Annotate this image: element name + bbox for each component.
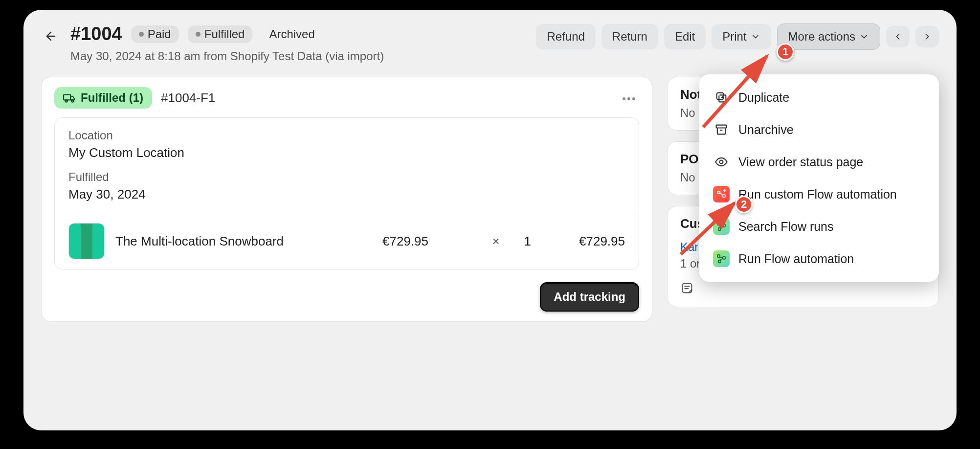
menu-item-view-status[interactable]: View order status page: [704, 146, 934, 178]
menu-item-run-flow-label: Run Flow automation: [738, 252, 854, 266]
menu-item-search-flow-label: Search Flow runs: [738, 220, 834, 234]
dots-horizontal-icon: [623, 97, 635, 100]
note-icon[interactable]: [680, 281, 694, 295]
next-order-button[interactable]: [915, 26, 939, 47]
order-subtitle: May 30, 2024 at 8:18 am from Shopify Tes…: [70, 49, 526, 63]
fulfillment-menu-button[interactable]: [619, 90, 639, 106]
nodes-plus-icon: [716, 189, 727, 200]
svg-point-13: [717, 191, 720, 194]
menu-item-run-flow[interactable]: Run Flow automation: [704, 243, 934, 275]
flow-app-icon-red: [713, 186, 730, 202]
add-tracking-button[interactable]: Add tracking: [540, 282, 639, 312]
truck-icon: [63, 91, 76, 104]
order-id: #1004: [70, 23, 122, 45]
fulfilled-date-value: May 30, 2024: [68, 187, 625, 202]
print-button[interactable]: Print: [712, 24, 771, 49]
line-item-multiplier: ×: [486, 234, 506, 249]
location-section: Location My Custom Location Fulfilled Ma…: [55, 118, 639, 213]
fulfillment-id: #1004-F1: [161, 90, 215, 106]
fulfilled-chip: Fulfilled (1): [54, 87, 152, 109]
svg-point-12: [720, 160, 723, 164]
order-detail-window: #1004 Paid Fulfilled Archived May 30, 20…: [23, 10, 957, 430]
tracking-row: Add tracking: [54, 282, 639, 312]
badge-paid-label: Paid: [148, 27, 171, 41]
badge-fulfilled: Fulfilled: [188, 25, 253, 43]
eye-icon: [714, 155, 728, 169]
menu-item-view-status-label: View order status page: [738, 155, 863, 169]
svg-rect-11: [716, 125, 727, 128]
page-header: #1004 Paid Fulfilled Archived May 30, 20…: [41, 23, 939, 63]
location-value: My Custom Location: [68, 145, 625, 160]
duplicate-icon: [714, 90, 728, 104]
svg-point-1: [65, 100, 67, 102]
chevron-down-icon: [751, 32, 760, 42]
more-actions-label: More actions: [788, 30, 855, 44]
refund-button[interactable]: Refund: [536, 24, 595, 49]
menu-item-run-custom-flow-label: Run custom Flow automation: [738, 187, 897, 202]
menu-item-duplicate-label: Duplicate: [738, 90, 789, 105]
menu-item-unarchive-label: Unarchive: [738, 123, 794, 137]
badge-paid: Paid: [131, 25, 179, 43]
action-toolbar: Refund Return Edit Print More actions: [536, 23, 939, 50]
svg-point-20: [718, 260, 721, 263]
svg-point-4: [627, 97, 630, 100]
svg-point-17: [718, 228, 721, 231]
fulfillment-details: Location My Custom Location Fulfilled Ma…: [54, 117, 639, 269]
main-column: Fulfilled (1) #1004-F1 Location My Custo…: [41, 77, 652, 322]
svg-rect-0: [64, 95, 70, 100]
line-item-row: The Multi-location Snowboard €729.95 × 1…: [55, 213, 639, 269]
more-actions-dropdown: Duplicate Unarchive View order status pa…: [699, 74, 939, 282]
location-label: Location: [68, 129, 625, 142]
menu-item-search-flow[interactable]: Search Flow runs: [704, 210, 934, 243]
return-button[interactable]: Return: [601, 24, 658, 49]
dot-icon: [196, 32, 200, 37]
svg-point-2: [71, 100, 73, 102]
flow-app-icon-green: [713, 250, 730, 267]
line-item-total: €729.95: [542, 234, 625, 249]
more-actions-button[interactable]: More actions: [777, 23, 880, 50]
dot-icon: [139, 32, 144, 37]
badge-archived-label: Archived: [269, 27, 314, 41]
fulfillment-card: Fulfilled (1) #1004-F1 Location My Custo…: [41, 77, 652, 322]
badge-fulfilled-label: Fulfilled: [204, 27, 245, 41]
annotation-badge-1: 1: [777, 43, 794, 61]
annotation-badge-2: 2: [735, 196, 753, 213]
svg-point-14: [723, 195, 726, 198]
line-item-name[interactable]: The Multi-location Snowboard: [115, 234, 372, 249]
flow-app-icon-green: [713, 218, 730, 235]
menu-item-duplicate[interactable]: Duplicate: [704, 81, 934, 113]
title-area: #1004 Paid Fulfilled Archived May 30, 20…: [70, 23, 526, 63]
fulfilled-chip-label: Fulfilled (1): [81, 91, 143, 105]
chevron-right-icon: [922, 32, 932, 42]
menu-item-unarchive[interactable]: Unarchive: [704, 113, 934, 146]
edit-button[interactable]: Edit: [664, 24, 706, 49]
line-item-qty: 1: [516, 234, 531, 249]
product-thumbnail[interactable]: [68, 223, 105, 259]
nodes-icon: [716, 253, 727, 264]
svg-point-5: [632, 97, 635, 100]
badge-archived: Archived: [261, 25, 322, 43]
nodes-icon: [716, 221, 727, 232]
archive-icon: [714, 123, 728, 136]
svg-point-3: [623, 97, 625, 100]
print-label: Print: [722, 30, 746, 44]
chevron-down-icon: [859, 32, 869, 42]
back-button[interactable]: [41, 26, 61, 46]
fulfilled-date-label: Fulfilled: [68, 170, 625, 184]
line-item-unit-price: €729.95: [382, 234, 475, 249]
fulfillment-header: Fulfilled (1) #1004-F1: [54, 87, 639, 109]
chevron-left-icon: [893, 32, 903, 42]
prev-order-button[interactable]: [886, 26, 910, 47]
